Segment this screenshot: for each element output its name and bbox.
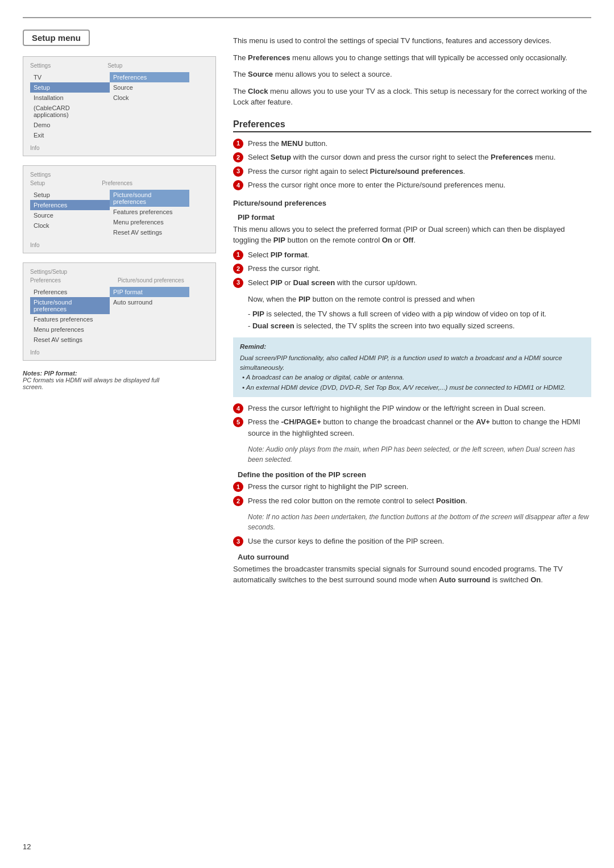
menu1-item-installation: Installation [30,93,110,103]
remind-bullet1: A broadcast can be analog or digital, ca… [242,373,584,382]
picsound-title: Picture/sound preferences [233,199,591,207]
notes-line2: screen. [23,383,43,390]
notes-line1: PC formats via HDMI will always be displ… [23,377,159,383]
menu1-item-demo: Demo [30,120,110,130]
pip-bullets: PIP is selected, the TV shows a full scr… [248,308,591,332]
menu2-item-clock: Clock [30,220,110,231]
pos-step2: 2 Press the red color button on the remo… [233,495,591,507]
intro-text-3: The Source menu allows you to select a s… [233,69,591,80]
page-number: 12 [23,842,31,851]
menu1-item-exit: Exit [30,130,110,140]
intro4-bold: Clock [248,87,268,95]
menu-screenshot-2: Settings Setup Preferences Setup Prefere… [23,165,216,253]
pip-step5: 5 Press the -CH/PAGE+ button to change t… [233,416,591,439]
menu-body-1: TV Setup Installation (CableCARD applica… [30,72,209,140]
page-layout: Setup menu Settings Setup TV Setup Insta… [23,30,591,589]
menu1-left: TV Setup Installation (CableCARD applica… [30,72,110,140]
pos-step-num-3: 3 [233,536,243,546]
pip-bullet1: PIP is selected, the TV shows a full scr… [248,308,591,320]
intro-text-4: The Clock menu allows you to use your TV… [233,86,591,108]
step-num-2: 2 [233,152,243,162]
pip-step3: 3 Select PIP or Dual screen with the cur… [233,277,591,289]
preferences-steps: 1 Press the MENU button. 2 Select Setup … [233,138,591,191]
menu2-right-menu: Menu preferences [110,217,189,227]
menu3-item-prefs: Preferences [30,287,110,297]
pip-step-num-3: 3 [233,278,243,288]
pip-step-num-5: 5 [233,417,243,427]
menu-header-3: Preferences Picture/sound preferences [30,277,209,283]
menu2-info: Info [30,242,209,248]
menu1-info: Info [30,145,209,151]
intro3-bold: Source [248,70,273,78]
menu-header-2: Setup Preferences [30,180,209,186]
menu3-right-auto: Auto surround [110,297,189,307]
menu-body-2: Setup Preferences Source Clock Picture/s… [30,190,209,237]
menu-screenshot-3: Settings/Setup Preferences Picture/sound… [23,262,216,361]
menu3-item-reset: Reset AV settings [30,335,110,345]
pref-step4-text: Press the cursor right once more to ente… [248,180,505,191]
menu3-header-right: Picture/sound preferences [118,277,184,283]
menu3-right: PIP format Auto surround [110,287,189,345]
menu2-item-source: Source [30,210,110,220]
intro-text-2: The Preferences menu allows you to chang… [233,52,591,64]
pref-step1-text: Press the MENU button. [248,138,327,149]
pip-step2-text: Press the cursor right. [248,263,320,274]
menu1-item-cablecard: (CableCARD applications) [30,103,110,120]
auto-surround-title: Auto surround [233,553,591,561]
pip-step-num-4: 4 [233,403,243,414]
pos-step1-text: Press the cursor right to highlight the … [248,481,408,493]
auto-surround-desc: Sometimes the broadcaster transmits spec… [233,564,591,586]
menu1-right: Preferences Source Clock [110,72,189,140]
menu1-right-clock: Clock [110,93,189,103]
menu2-right: Picture/sound preferences Features prefe… [110,190,189,237]
pref-step3-text: Press the cursor right again to select P… [248,166,465,177]
remind-bullets: A broadcast can be analog or digital, ca… [242,373,584,393]
note-position: Note: If no action has been undertaken, … [233,512,591,532]
pip-step3b: Now, when the PIP button on the remote c… [233,294,591,305]
menu1-item-tv: TV [30,72,110,82]
menu1-right-preferences: Preferences [110,72,189,82]
menu3-breadcrumb: Settings/Setup [30,269,209,275]
intro2-bold: Preferences [248,53,290,62]
pip-position-title: Define the position of the PIP screen [233,470,591,479]
menu2-item-setup: Setup [30,190,110,200]
left-column: Setup menu Settings Setup TV Setup Insta… [23,30,216,589]
pip-step1: 1 Select PIP format. [233,249,591,261]
pos-step-num-2: 2 [233,496,243,506]
pip-step1-text: Select PIP format. [248,249,309,261]
menu2-breadcrumb: Settings [30,172,209,178]
menu1-header-left: Settings [30,62,51,69]
intro-text-1: This menu is used to control the setting… [233,35,591,47]
pos-step3: 3 Use the cursor keys to define the posi… [233,536,591,547]
remind-title: Remind: [240,342,584,352]
menu-screenshot-1: Settings Setup TV Setup Installation (Ca… [23,56,216,156]
preferences-section-title: Preferences [233,119,591,132]
remind-text: Dual screen/PIP functionality, also call… [240,353,584,373]
pref-step2: 2 Select Setup with the cursor down and … [233,152,591,163]
step-num-1: 1 [233,139,243,149]
pip-steps-continued: 4 Press the cursor left/right to highlig… [233,403,591,439]
pip-step4: 4 Press the cursor left/right to highlig… [233,403,591,414]
menu3-item-menu: Menu preferences [30,324,110,335]
notes-title: Notes: PIP format: [23,370,77,377]
pip-format-desc: This menu allows you to select the prefe… [233,224,591,246]
pip-step4-text: Press the cursor left/right to highlight… [248,403,546,414]
setup-menu-title: Setup menu [23,30,90,46]
pref-step2-text: Select Setup with the cursor down and pr… [248,152,555,163]
pip-format-title: PIP format [233,213,591,222]
menu3-right-pip: PIP format [110,287,189,297]
menu2-item-preferences: Preferences [30,200,110,210]
menu2-right-picsound: Picture/sound preferences [110,190,189,207]
pos-step1: 1 Press the cursor right to highlight th… [233,481,591,493]
menu3-header-left: Preferences [30,277,61,283]
pref-step4: 4 Press the cursor right once more to en… [233,180,591,191]
pip-position-steps: 1 Press the cursor right to highlight th… [233,481,591,506]
menu2-header-left: Setup [30,180,45,186]
pref-step3: 3 Press the cursor right again to select… [233,166,591,177]
remind-box: Remind: Dual screen/PIP functionality, a… [233,337,591,397]
pip-position-step3: 3 Use the cursor keys to define the posi… [233,536,591,547]
right-column: This menu is used to control the setting… [233,30,591,589]
pos-step2-text: Press the red color button on the remote… [248,495,467,507]
menu3-left: Preferences Picture/sound preferences Fe… [30,287,110,345]
menu1-header-right: Setup [107,62,122,69]
